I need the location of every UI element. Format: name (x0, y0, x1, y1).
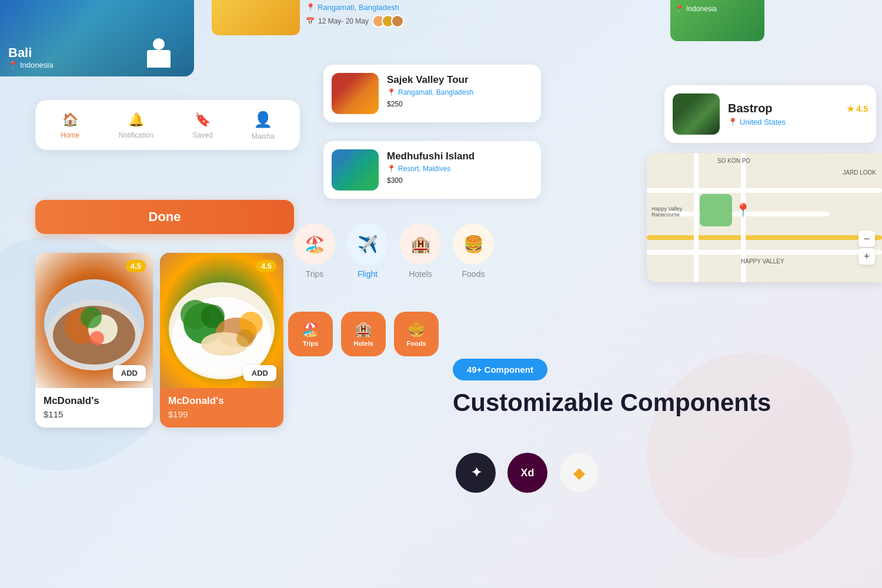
figma-icon[interactable]: ✦ (456, 453, 496, 493)
map-label-jard: JARD LOOK (843, 169, 876, 176)
cat-flight-label: Flight (358, 269, 377, 279)
bg-blob-2 (647, 353, 853, 559)
svg-point-5 (81, 307, 102, 328)
tour-details-maldives: Medhufushi Island 📍 Resort, Maldives $30… (387, 151, 533, 189)
cat-flight-icon-wrap: ✈️ (347, 223, 388, 265)
pin-icon-bastrop: 📍 (728, 118, 737, 126)
tour-thumb-sajek (332, 73, 379, 114)
pin-icon-top: 📍 (306, 3, 315, 12)
cat-trips[interactable]: 🏖️ Trips (294, 223, 335, 279)
tour-location-maldives: 📍 Resort, Maldives (387, 165, 533, 173)
add-button-2[interactable]: ADD (243, 365, 276, 381)
nav-saved[interactable]: 🔖 Saved (193, 112, 213, 139)
nav-saved-label: Saved (193, 131, 213, 139)
pin-icon: 📍 (8, 61, 18, 69)
nav-notification[interactable]: 🔔 Notification (119, 112, 153, 139)
nav-profile[interactable]: 👤 Maisha (252, 111, 275, 141)
map-park (700, 194, 732, 226)
cat-trips-label: Trips (306, 269, 324, 279)
home-icon: 🏠 (62, 112, 78, 128)
orange-btn-trips[interactable]: 🏖️ Trips (288, 312, 333, 356)
orange-btn-hotels[interactable]: 🏨 Hotels (341, 312, 386, 356)
bastrop-country: 📍 United States (728, 118, 868, 126)
bastrop-card[interactable]: Bastrop ★ 4.5 📍 United States (664, 85, 876, 143)
food-card-1[interactable]: 4.5 ADD McDonald's $115 (35, 253, 153, 427)
orange-trips-label: Trips (303, 340, 318, 347)
bali-country: 📍 Indonesia (8, 61, 53, 69)
component-badge: 49+ Component (453, 359, 547, 380)
tour-card-sajek[interactable]: Sajek Valley Tour 📍 Rangamati, Banglades… (323, 65, 541, 122)
bali-city: Bali (8, 45, 53, 61)
sketch-icon[interactable]: ◆ (559, 453, 599, 493)
rangamati-top-location: 📍 Rangamati, Bangladesh (306, 3, 399, 12)
indonesia-label: 📍 Indonesia (675, 5, 717, 13)
flight-icon: ✈️ (358, 235, 378, 254)
map-area[interactable]: SO KON PO JARD LOOK Happy Valley Racecou… (647, 153, 882, 282)
indonesia-card[interactable]: 📍 Indonesia (670, 0, 764, 41)
add-button-1[interactable]: ADD (113, 365, 146, 381)
cat-foods[interactable]: 🍔 Foods (453, 223, 494, 279)
map-road (647, 188, 882, 193)
church-decoration (141, 38, 176, 68)
food-price-1: $115 (44, 409, 145, 419)
cat-hotels[interactable]: 🏨 Hotels (400, 223, 441, 279)
tour-name-maldives: Medhufushi Island (387, 151, 533, 162)
cat-hotels-label: Hotels (409, 269, 432, 279)
food-name-2: McDonald's (168, 395, 275, 407)
food-info-1: McDonald's $115 (35, 388, 153, 427)
tour-thumb-maldives (332, 149, 379, 191)
orange-button-row: 🏖️ Trips 🏨 Hotels 🍔 Foods (288, 312, 439, 356)
saved-icon: 🔖 (195, 112, 211, 128)
pin-icon-sajek: 📍 (387, 88, 396, 96)
xd-icon[interactable]: Xd (507, 453, 547, 493)
orange-trips-icon: 🏖️ (302, 321, 319, 338)
map-road-highlight (647, 235, 882, 240)
food-price-2: $199 (168, 409, 275, 419)
date-row: 📅 12 May- 20 May (306, 15, 404, 28)
orange-btn-foods[interactable]: 🍔 Foods (394, 312, 439, 356)
bali-card-image: Bali 📍 Indonesia (0, 0, 194, 76)
pin-icon-maldives: 📍 (387, 165, 396, 173)
bastrop-details: Bastrop ★ 4.5 📍 United States (728, 102, 868, 126)
nav-notification-label: Notification (119, 131, 153, 139)
map-zoom-minus[interactable]: − (858, 230, 875, 247)
nav-home[interactable]: 🏠 Home (61, 112, 79, 139)
trips-icon: 🏖️ (305, 235, 325, 254)
component-title: Customizable Components (453, 388, 782, 417)
map-background: SO KON PO JARD LOOK Happy Valley Racecou… (647, 153, 882, 282)
profile-avatar: 👤 (253, 111, 272, 129)
food-card-2[interactable]: 4.5 ADD McDonald's $199 (160, 253, 283, 427)
svg-point-6 (90, 331, 104, 345)
cat-flight[interactable]: ✈️ Flight (347, 223, 388, 279)
bali-card[interactable]: Bali 📍 Indonesia (0, 0, 194, 76)
food-name-1: McDonald's (44, 395, 145, 407)
map-location-pin: 📍 (735, 203, 751, 218)
cat-foods-label: Foods (462, 269, 485, 279)
food-image-1: 4.5 ADD (35, 253, 153, 388)
bali-info: Bali 📍 Indonesia (8, 45, 53, 69)
done-button[interactable]: Done (35, 200, 294, 234)
bottom-nav: 🏠 Home 🔔 Notification 🔖 Saved 👤 Maisha (35, 100, 300, 150)
orange-foods-label: Foods (407, 340, 426, 347)
cat-trips-icon-wrap: 🏖️ (294, 223, 335, 265)
map-road (647, 250, 882, 255)
notification-icon: 🔔 (128, 112, 144, 128)
food-info-2: McDonald's $199 (160, 388, 283, 427)
bus-card (212, 0, 300, 35)
tour-location-sajek: 📍 Rangamati, Bangladesh (387, 88, 533, 96)
pin-icon-indonesia: 📍 (675, 5, 684, 13)
nav-profile-label: Maisha (252, 132, 275, 141)
orange-hotels-icon: 🏨 (355, 321, 372, 338)
svg-point-15 (236, 329, 254, 347)
bastrop-thumb (673, 93, 720, 135)
avatar-group (372, 15, 404, 28)
orange-hotels-label: Hotels (353, 340, 373, 347)
food-image-2: 4.5 ADD (160, 253, 283, 388)
calendar-icon: 📅 (306, 17, 315, 25)
map-zoom-controls: − + (858, 230, 875, 265)
map-zoom-plus[interactable]: + (858, 248, 875, 265)
tour-card-maldives[interactable]: Medhufushi Island 📍 Resort, Maldives $30… (323, 141, 541, 199)
tour-price-sajek: $250 (387, 100, 533, 112)
hotels-icon: 🏨 (410, 235, 431, 254)
map-label-racecourse: Happy Valley Racecourse (652, 206, 693, 218)
